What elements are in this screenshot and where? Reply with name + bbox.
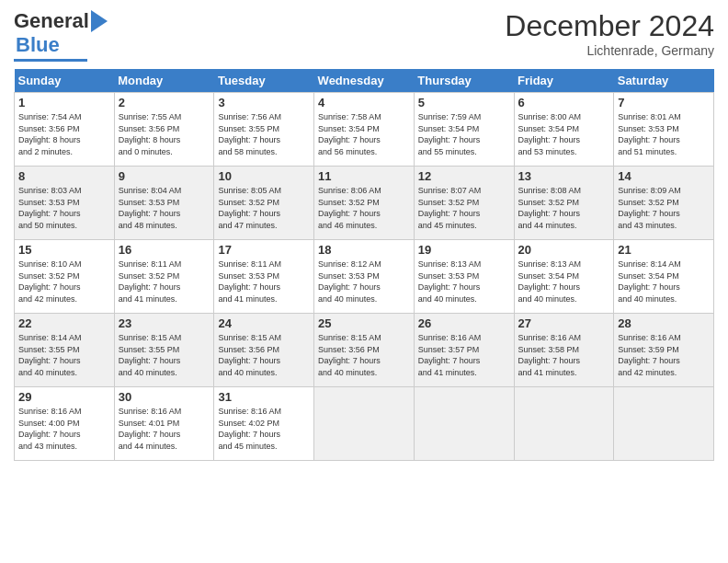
day-info: Sunrise: 8:13 AMSunset: 3:53 PMDaylight:… <box>418 259 510 304</box>
calendar-cell: 14Sunrise: 8:09 AMSunset: 3:52 PMDayligh… <box>614 167 714 240</box>
calendar-cell <box>414 387 514 461</box>
day-info: Sunrise: 8:01 AMSunset: 3:53 PMDaylight:… <box>618 111 710 157</box>
calendar-row: 22Sunrise: 8:14 AMSunset: 3:55 PMDayligh… <box>15 314 714 387</box>
col-thursday: Thursday <box>414 69 514 93</box>
header: General Blue December 2024 Lichtenrade, … <box>14 9 714 62</box>
day-info: Sunrise: 8:14 AMSunset: 3:55 PMDaylight:… <box>18 332 110 378</box>
day-number: 4 <box>318 96 410 109</box>
calendar-cell <box>314 387 415 461</box>
day-number: 25 <box>318 316 410 330</box>
day-info: Sunrise: 8:06 AMSunset: 3:52 PMDaylight:… <box>318 185 410 231</box>
calendar-table: Sunday Monday Tuesday Wednesday Thursday… <box>14 69 714 461</box>
calendar-cell: 17Sunrise: 8:11 AMSunset: 3:53 PMDayligh… <box>214 240 314 314</box>
calendar-cell: 15Sunrise: 8:10 AMSunset: 3:52 PMDayligh… <box>15 240 115 314</box>
calendar-cell: 25Sunrise: 8:15 AMSunset: 3:56 PMDayligh… <box>314 314 415 387</box>
day-info: Sunrise: 8:12 AMSunset: 3:53 PMDaylight:… <box>318 259 410 304</box>
calendar-cell <box>614 387 714 461</box>
day-number: 26 <box>418 316 510 330</box>
day-number: 16 <box>119 243 210 257</box>
col-tuesday: Tuesday <box>214 69 314 93</box>
col-sunday: Sunday <box>15 69 115 93</box>
calendar-cell: 19Sunrise: 8:13 AMSunset: 3:53 PMDayligh… <box>414 240 514 314</box>
calendar-cell: 18Sunrise: 8:12 AMSunset: 3:53 PMDayligh… <box>314 240 415 314</box>
day-info: Sunrise: 7:58 AMSunset: 3:54 PMDaylight:… <box>318 111 410 157</box>
day-number: 22 <box>18 316 110 330</box>
day-number: 28 <box>618 316 710 330</box>
day-number: 23 <box>119 316 210 330</box>
logo: General Blue <box>14 9 108 62</box>
day-number: 15 <box>18 243 110 257</box>
day-info: Sunrise: 8:16 AMSunset: 3:58 PMDaylight:… <box>518 332 610 378</box>
day-number: 12 <box>418 169 510 183</box>
page-container: General Blue December 2024 Lichtenrade, … <box>0 0 728 470</box>
col-friday: Friday <box>514 69 614 93</box>
calendar-cell: 26Sunrise: 8:16 AMSunset: 3:57 PMDayligh… <box>414 314 514 387</box>
calendar-cell: 27Sunrise: 8:16 AMSunset: 3:58 PMDayligh… <box>514 314 614 387</box>
day-info: Sunrise: 8:08 AMSunset: 3:52 PMDaylight:… <box>518 185 610 231</box>
day-info: Sunrise: 8:11 AMSunset: 3:53 PMDaylight:… <box>218 259 310 304</box>
day-info: Sunrise: 8:16 AMSunset: 3:59 PMDaylight:… <box>618 332 710 378</box>
calendar-cell: 7Sunrise: 8:01 AMSunset: 3:53 PMDaylight… <box>614 93 714 167</box>
day-number: 3 <box>218 96 310 109</box>
day-number: 24 <box>218 316 310 330</box>
day-number: 5 <box>418 96 510 109</box>
day-number: 14 <box>618 169 710 183</box>
day-info: Sunrise: 8:10 AMSunset: 3:52 PMDaylight:… <box>18 259 110 304</box>
header-row: Sunday Monday Tuesday Wednesday Thursday… <box>15 69 714 93</box>
calendar-cell: 21Sunrise: 8:14 AMSunset: 3:54 PMDayligh… <box>614 240 714 314</box>
day-number: 2 <box>119 96 210 109</box>
day-number: 21 <box>618 243 710 257</box>
day-info: Sunrise: 8:03 AMSunset: 3:53 PMDaylight:… <box>18 185 110 231</box>
day-number: 27 <box>518 316 610 330</box>
calendar-cell: 23Sunrise: 8:15 AMSunset: 3:55 PMDayligh… <box>114 314 214 387</box>
calendar-cell: 12Sunrise: 8:07 AMSunset: 3:52 PMDayligh… <box>414 167 514 240</box>
calendar-cell: 28Sunrise: 8:16 AMSunset: 3:59 PMDayligh… <box>614 314 714 387</box>
title-block: December 2024 Lichtenrade, Germany <box>505 9 714 58</box>
calendar-cell: 30Sunrise: 8:16 AMSunset: 4:01 PMDayligh… <box>114 387 214 461</box>
day-number: 11 <box>318 169 410 183</box>
calendar-cell: 13Sunrise: 8:08 AMSunset: 3:52 PMDayligh… <box>514 167 614 240</box>
day-number: 30 <box>119 390 210 404</box>
day-info: Sunrise: 8:13 AMSunset: 3:54 PMDaylight:… <box>518 259 610 304</box>
day-info: Sunrise: 8:14 AMSunset: 3:54 PMDaylight:… <box>618 259 710 304</box>
day-number: 18 <box>318 243 410 257</box>
day-number: 19 <box>418 243 510 257</box>
calendar-cell: 29Sunrise: 8:16 AMSunset: 4:00 PMDayligh… <box>15 387 115 461</box>
day-info: Sunrise: 7:54 AMSunset: 3:56 PMDaylight:… <box>18 111 110 157</box>
day-info: Sunrise: 8:16 AMSunset: 3:57 PMDaylight:… <box>418 332 510 378</box>
calendar-cell: 22Sunrise: 8:14 AMSunset: 3:55 PMDayligh… <box>15 314 115 387</box>
calendar-cell: 16Sunrise: 8:11 AMSunset: 3:52 PMDayligh… <box>114 240 214 314</box>
logo-arrow-icon <box>91 10 108 32</box>
day-number: 31 <box>218 390 310 404</box>
col-wednesday: Wednesday <box>314 69 415 93</box>
calendar-row: 15Sunrise: 8:10 AMSunset: 3:52 PMDayligh… <box>15 240 714 314</box>
location: Lichtenrade, Germany <box>505 43 714 58</box>
day-number: 29 <box>18 390 110 404</box>
calendar-cell: 11Sunrise: 8:06 AMSunset: 3:52 PMDayligh… <box>314 167 415 240</box>
calendar-row: 29Sunrise: 8:16 AMSunset: 4:00 PMDayligh… <box>15 387 714 461</box>
calendar-cell <box>514 387 614 461</box>
day-number: 17 <box>218 243 310 257</box>
logo-general: General <box>14 9 89 33</box>
month-title: December 2024 <box>505 9 714 43</box>
calendar-cell: 6Sunrise: 8:00 AMSunset: 3:54 PMDaylight… <box>514 93 614 167</box>
calendar-cell: 2Sunrise: 7:55 AMSunset: 3:56 PMDaylight… <box>114 93 214 167</box>
day-number: 1 <box>18 96 110 109</box>
day-number: 13 <box>518 169 610 183</box>
day-info: Sunrise: 8:15 AMSunset: 3:55 PMDaylight:… <box>119 332 210 378</box>
day-info: Sunrise: 7:59 AMSunset: 3:54 PMDaylight:… <box>418 111 510 157</box>
day-info: Sunrise: 8:11 AMSunset: 3:52 PMDaylight:… <box>119 259 210 304</box>
calendar-row: 1Sunrise: 7:54 AMSunset: 3:56 PMDaylight… <box>15 93 714 167</box>
calendar-cell: 4Sunrise: 7:58 AMSunset: 3:54 PMDaylight… <box>314 93 415 167</box>
day-info: Sunrise: 8:05 AMSunset: 3:52 PMDaylight:… <box>218 185 310 231</box>
day-info: Sunrise: 8:00 AMSunset: 3:54 PMDaylight:… <box>518 111 610 157</box>
logo-blue: Blue <box>16 33 60 57</box>
calendar-cell: 9Sunrise: 8:04 AMSunset: 3:53 PMDaylight… <box>114 167 214 240</box>
day-number: 7 <box>618 96 710 109</box>
day-info: Sunrise: 7:55 AMSunset: 3:56 PMDaylight:… <box>119 111 210 157</box>
calendar-cell: 24Sunrise: 8:15 AMSunset: 3:56 PMDayligh… <box>214 314 314 387</box>
day-number: 9 <box>119 169 210 183</box>
calendar-cell: 10Sunrise: 8:05 AMSunset: 3:52 PMDayligh… <box>214 167 314 240</box>
calendar-cell: 20Sunrise: 8:13 AMSunset: 3:54 PMDayligh… <box>514 240 614 314</box>
day-info: Sunrise: 8:04 AMSunset: 3:53 PMDaylight:… <box>119 185 210 231</box>
